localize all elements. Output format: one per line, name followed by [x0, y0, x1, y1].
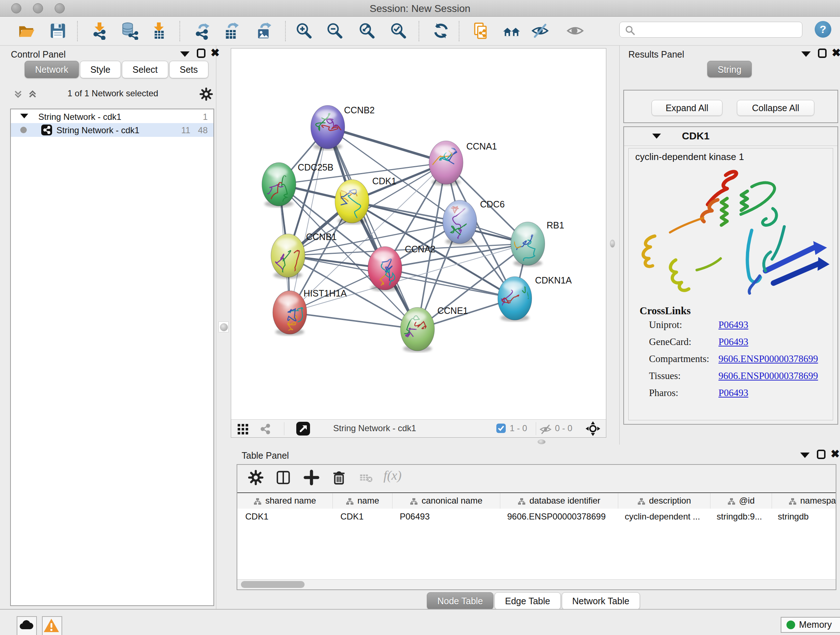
float-panel-icon[interactable]	[180, 51, 189, 57]
collapse-all-button[interactable]: Collapse All	[737, 100, 814, 116]
fit-content-icon[interactable]	[585, 421, 601, 437]
graph-node-CCNA2[interactable]	[368, 247, 402, 309]
close-panel-icon[interactable]: ✖	[831, 449, 840, 459]
column-header-name[interactable]: name	[333, 493, 393, 509]
table-row[interactable]: CDK1CDK1P064939606.ENSP00000378699cyclin…	[237, 509, 836, 524]
graph-edge[interactable]	[290, 312, 417, 329]
network-canvas[interactable]: CCNB2CCNA1CDC25BCDK1CDC6RB1CCNB1CCNA2CDK…	[231, 49, 606, 419]
graph-edge[interactable]	[328, 127, 417, 329]
network-collection-row[interactable]: String Network - cdk1 1	[11, 111, 213, 123]
network-options-gear-icon[interactable]	[199, 87, 213, 101]
zoom-out-icon[interactable]	[325, 22, 344, 40]
add-column-icon[interactable]	[303, 469, 320, 486]
graph-node-label: CDC6	[480, 199, 505, 209]
save-session-icon[interactable]	[49, 22, 67, 40]
column-header-canonical-name[interactable]: canonical name	[393, 493, 500, 509]
graph-node-label: CDC25B	[298, 162, 333, 172]
undock-panel-icon[interactable]	[197, 49, 205, 58]
column-header-namespace[interactable]: namespace	[772, 493, 836, 509]
graph-edge[interactable]	[385, 268, 515, 298]
column-header-description[interactable]: description	[618, 493, 711, 509]
memory-button[interactable]: Memory	[781, 617, 840, 633]
status-bar: Memory	[0, 609, 840, 635]
export-image-icon[interactable]	[255, 22, 273, 40]
open-view-icon[interactable]	[296, 422, 310, 435]
splitter-handle[interactable]	[538, 440, 546, 444]
cloud-icon	[17, 617, 35, 634]
column-header--id[interactable]: @id	[711, 493, 772, 509]
tab-style[interactable]: Style	[80, 61, 121, 78]
scrollbar-thumb[interactable]	[241, 581, 305, 588]
tab-edge-table[interactable]: Edge Table	[494, 592, 561, 610]
column-header-shared-name[interactable]: shared name	[237, 493, 333, 509]
network-row[interactable]: String Network - cdk1 11 48	[11, 123, 213, 137]
show-all-icon[interactable]	[566, 22, 584, 40]
search-input[interactable]	[639, 24, 800, 36]
table-horizontal-scrollbar[interactable]	[237, 579, 836, 590]
import-table-icon[interactable]	[150, 22, 168, 40]
hide-selected-icon[interactable]	[531, 22, 549, 40]
tab-sets[interactable]: Sets	[169, 61, 208, 78]
crosslink-link[interactable]: 9606.ENSP00000378699	[718, 353, 818, 364]
tab-network-table[interactable]: Network Table	[562, 592, 640, 610]
results-panel-title: Results Panel	[628, 49, 684, 60]
collection-expander-icon[interactable]	[20, 114, 28, 119]
crosslink-link[interactable]: P06493	[718, 319, 748, 331]
close-panel-icon[interactable]: ✖	[210, 48, 219, 57]
window-title: Session: New Session	[0, 3, 840, 14]
open-session-icon[interactable]	[17, 22, 35, 40]
tab-node-table[interactable]: Node Table	[427, 592, 493, 610]
float-panel-icon[interactable]	[801, 51, 811, 57]
close-panel-icon[interactable]: ✖	[832, 48, 840, 57]
refresh-icon[interactable]	[432, 22, 450, 40]
show-columns-icon[interactable]	[275, 469, 292, 486]
zoom-in-icon[interactable]	[295, 22, 313, 40]
expand-all-button[interactable]: Expand All	[652, 100, 722, 116]
tab-select[interactable]: Select	[122, 61, 168, 78]
column-header-database-identifier[interactable]: database identifier	[500, 493, 618, 509]
import-network-database-icon[interactable]	[120, 22, 138, 40]
delete-column-icon[interactable]	[331, 469, 347, 486]
cloud-button[interactable]	[17, 616, 37, 635]
graph-node-HIST1H1A[interactable]	[273, 291, 307, 336]
network-share-icon[interactable]	[259, 423, 272, 435]
crosslink-link[interactable]: P06493	[718, 387, 748, 399]
selected-checkbox-icon[interactable]	[496, 424, 506, 433]
export-network-icon[interactable]	[194, 22, 212, 40]
splitter-handle[interactable]	[218, 321, 229, 333]
tab-string[interactable]: String	[707, 61, 752, 78]
help-button[interactable]: ?	[815, 21, 831, 38]
node-details-box: CDK1 cyclin-dependent kinase 1	[623, 126, 838, 424]
node-details-header[interactable]: CDK1	[624, 127, 837, 146]
collapse-all-tree-icon[interactable]	[27, 88, 38, 100]
graph-edge[interactable]	[290, 127, 328, 312]
crosslink-row-uniprot-: Uniprot:P06493	[649, 319, 837, 336]
crosslink-link[interactable]: P06493	[718, 336, 748, 348]
copy-style-icon[interactable]	[472, 22, 490, 40]
crosslink-link[interactable]: 9606.ENSP00000378699	[718, 371, 818, 382]
undock-panel-icon[interactable]	[817, 450, 826, 459]
float-panel-icon[interactable]	[800, 453, 810, 458]
zoom-selected-icon[interactable]	[389, 22, 407, 40]
graph-node-CDK1[interactable]	[335, 180, 369, 238]
graph-node-CDC25B[interactable]	[259, 163, 296, 214]
table-gear-icon[interactable]	[248, 469, 264, 486]
warnings-button[interactable]	[42, 616, 62, 635]
export-table-icon[interactable]	[222, 22, 240, 40]
birdseye-grid-icon[interactable]	[237, 423, 250, 435]
zoom-fit-icon[interactable]	[358, 22, 376, 40]
undock-panel-icon[interactable]	[818, 49, 827, 58]
graph-node-CCNB1[interactable]	[271, 234, 305, 286]
crosslink-label: Pharos:	[649, 387, 678, 399]
tab-network[interactable]: Network	[25, 61, 79, 78]
splitter-handle[interactable]	[610, 240, 615, 248]
graph-node-CCNA1[interactable]	[426, 141, 463, 186]
graph-node-label: CCNB1	[306, 232, 337, 242]
import-network-icon[interactable]	[90, 22, 109, 40]
graph-edge[interactable]	[328, 127, 446, 163]
graph-node-CCNE1[interactable]	[400, 307, 434, 352]
collapse-entry-icon[interactable]	[652, 134, 661, 139]
graph-node-CCNB2[interactable]	[311, 105, 345, 150]
first-neighbors-icon[interactable]	[502, 22, 521, 40]
expand-all-tree-icon[interactable]	[12, 88, 24, 100]
